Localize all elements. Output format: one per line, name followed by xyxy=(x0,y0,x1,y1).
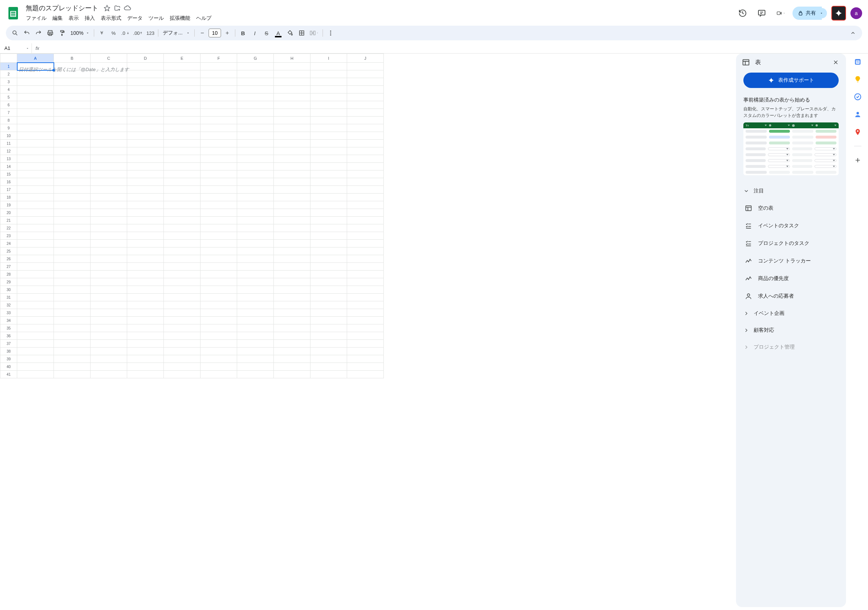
cell-E1[interactable] xyxy=(164,63,200,70)
cell-G10[interactable] xyxy=(237,132,274,140)
cell-J6[interactable] xyxy=(347,101,384,109)
cell-F11[interactable] xyxy=(200,140,237,147)
cell-H14[interactable] xyxy=(274,163,310,171)
cell-B27[interactable] xyxy=(54,263,90,270)
cell-I17[interactable] xyxy=(310,186,347,194)
cell-G16[interactable] xyxy=(237,178,274,186)
cell-B31[interactable] xyxy=(54,293,90,301)
cell-C37[interactable] xyxy=(90,340,127,348)
cell-J27[interactable] xyxy=(347,263,384,270)
cell-A20[interactable] xyxy=(17,209,54,217)
cell-I41[interactable] xyxy=(310,371,347,378)
decrease-font-size-button[interactable] xyxy=(197,28,208,39)
cell-I36[interactable] xyxy=(310,332,347,340)
cell-F37[interactable] xyxy=(200,340,237,348)
cell-D13[interactable] xyxy=(127,155,164,163)
cell-A11[interactable] xyxy=(17,140,54,147)
row-header-36[interactable]: 36 xyxy=(0,332,17,340)
cell-C3[interactable] xyxy=(90,78,127,86)
row-header-13[interactable]: 13 xyxy=(0,155,17,163)
cell-F8[interactable] xyxy=(200,116,237,124)
cell-G34[interactable] xyxy=(237,317,274,324)
cell-E15[interactable] xyxy=(164,171,200,178)
cell-G14[interactable] xyxy=(237,163,274,171)
row-header-41[interactable]: 41 xyxy=(0,371,17,378)
row-header-31[interactable]: 31 xyxy=(0,293,17,301)
cell-F27[interactable] xyxy=(200,263,237,270)
template-content-tracker[interactable]: コンテンツ トラッカー xyxy=(741,252,842,270)
menu-tools[interactable]: ツール xyxy=(146,14,166,23)
cell-F10[interactable] xyxy=(200,132,237,140)
cell-B7[interactable] xyxy=(54,109,90,116)
cell-I12[interactable] xyxy=(310,147,347,155)
column-header-G[interactable]: G xyxy=(237,54,274,63)
cell-I7[interactable] xyxy=(310,109,347,116)
column-header-I[interactable]: I xyxy=(310,54,347,63)
cell-D27[interactable] xyxy=(127,263,164,270)
cell-F41[interactable] xyxy=(200,371,237,378)
cell-I40[interactable] xyxy=(310,363,347,371)
cell-F19[interactable] xyxy=(200,201,237,209)
merge-cells-button[interactable] xyxy=(308,28,320,39)
cell-H9[interactable] xyxy=(274,124,310,132)
name-box-dropdown[interactable] xyxy=(23,47,31,50)
cell-J14[interactable] xyxy=(347,163,384,171)
history-icon[interactable] xyxy=(735,6,750,20)
cell-F34[interactable] xyxy=(200,317,237,324)
cell-B11[interactable] xyxy=(54,140,90,147)
cell-G5[interactable] xyxy=(237,93,274,101)
cell-H7[interactable] xyxy=(274,109,310,116)
comments-icon[interactable] xyxy=(754,6,769,20)
cell-C13[interactable] xyxy=(90,155,127,163)
cell-E4[interactable] xyxy=(164,86,200,93)
cell-D25[interactable] xyxy=(127,247,164,255)
cell-I31[interactable] xyxy=(310,293,347,301)
cell-F3[interactable] xyxy=(200,78,237,86)
menu-file[interactable]: ファイル xyxy=(23,14,49,23)
cell-F32[interactable] xyxy=(200,301,237,309)
section-project-mgmt[interactable]: プロジェクト管理 xyxy=(741,339,842,355)
cell-F7[interactable] xyxy=(200,109,237,116)
strikethrough-button[interactable]: S xyxy=(261,28,272,39)
cell-B6[interactable] xyxy=(54,101,90,109)
font-size-input[interactable] xyxy=(209,29,221,37)
cell-D19[interactable] xyxy=(127,201,164,209)
row-header-1[interactable]: 1 xyxy=(0,63,17,70)
row-header-34[interactable]: 34 xyxy=(0,317,17,324)
row-header-3[interactable]: 3 xyxy=(0,78,17,86)
cell-G26[interactable] xyxy=(237,255,274,263)
cell-I9[interactable] xyxy=(310,124,347,132)
cell-I35[interactable] xyxy=(310,324,347,332)
cell-H35[interactable] xyxy=(274,324,310,332)
cell-A12[interactable] xyxy=(17,147,54,155)
cell-E24[interactable] xyxy=(164,240,200,247)
column-header-C[interactable]: C xyxy=(90,54,127,63)
cell-G7[interactable] xyxy=(237,109,274,116)
cell-A25[interactable] xyxy=(17,247,54,255)
cell-I1[interactable] xyxy=(310,63,347,70)
cell-C36[interactable] xyxy=(90,332,127,340)
cell-J40[interactable] xyxy=(347,363,384,371)
cell-H8[interactable] xyxy=(274,116,310,124)
cell-E37[interactable] xyxy=(164,340,200,348)
cell-C5[interactable] xyxy=(90,93,127,101)
cell-B36[interactable] xyxy=(54,332,90,340)
row-header-29[interactable]: 29 xyxy=(0,278,17,286)
cell-H29[interactable] xyxy=(274,278,310,286)
formula-input[interactable] xyxy=(43,45,868,52)
cell-E41[interactable] xyxy=(164,371,200,378)
column-header-H[interactable]: H xyxy=(274,54,310,63)
cell-C29[interactable] xyxy=(90,278,127,286)
cell-G31[interactable] xyxy=(237,293,274,301)
cell-D39[interactable] xyxy=(127,355,164,363)
font-family-select[interactable]: デフォ... xyxy=(161,30,192,36)
cell-G17[interactable] xyxy=(237,186,274,194)
cell-D26[interactable] xyxy=(127,255,164,263)
cell-D30[interactable] xyxy=(127,286,164,293)
cell-D17[interactable] xyxy=(127,186,164,194)
number-format-button[interactable]: 123 xyxy=(145,28,156,39)
spreadsheet-grid[interactable]: ABCDEFGHIJ1日付選択ツールを開くには「@Date」と入力します2345… xyxy=(0,54,384,378)
cell-F39[interactable] xyxy=(200,355,237,363)
cell-E18[interactable] xyxy=(164,194,200,201)
row-header-27[interactable]: 27 xyxy=(0,263,17,270)
